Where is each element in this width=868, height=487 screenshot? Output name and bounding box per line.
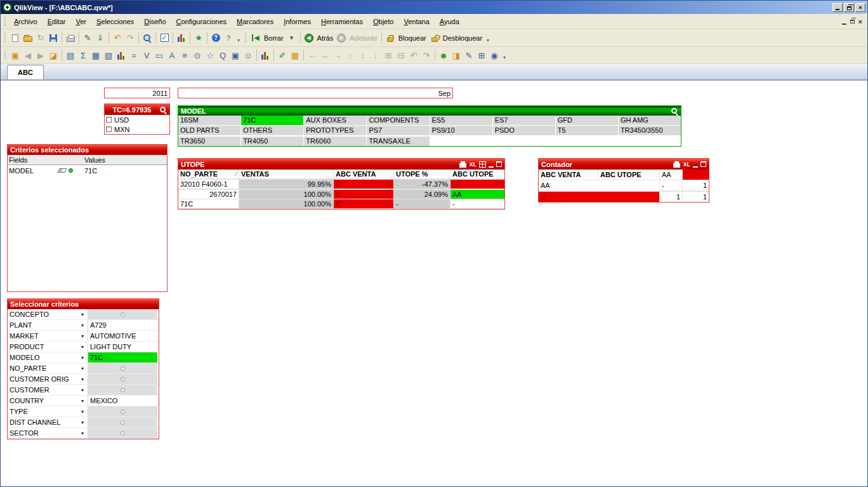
create-multibox-icon[interactable]: V <box>140 49 153 62</box>
edit-module-icon[interactable]: ✎ <box>463 49 475 62</box>
dropdown-arrow-icon[interactable]: ▾ <box>77 374 88 384</box>
dropdown-arrow-icon[interactable]: ▾ <box>77 309 88 319</box>
model-value[interactable]: 16SM <box>178 116 240 125</box>
redo-icon[interactable]: ↷ <box>124 32 136 44</box>
search-icon[interactable] <box>671 107 678 115</box>
utope-cell[interactable]: 71C <box>178 199 239 208</box>
model-value[interactable]: PS7 <box>367 126 429 135</box>
create-statistics-box-icon[interactable]: Σ <box>77 49 89 62</box>
dropdown-arrow-icon[interactable]: ▾ <box>77 342 88 352</box>
add-sheet-icon[interactable]: ▣ <box>9 49 22 62</box>
sheet-properties-icon[interactable]: ◪ <box>47 49 60 62</box>
minimize-button[interactable] <box>832 3 843 12</box>
model-value[interactable]: TR3650 <box>178 137 240 146</box>
design-toolbar-overflow-icon[interactable]: ▾ <box>501 49 508 62</box>
navigation-toolbar-grip[interactable] <box>244 33 247 43</box>
criteria-value[interactable] <box>88 374 157 384</box>
col-no-parte[interactable]: NO_PARTE⁄ <box>178 170 239 178</box>
create-container-icon[interactable]: ▣ <box>229 49 242 62</box>
model-value-selected[interactable]: 71C <box>241 116 303 125</box>
create-table-box-icon[interactable]: ▦ <box>89 49 102 62</box>
current-selections-icon[interactable]: ✓ <box>158 32 171 44</box>
search-icon[interactable] <box>141 32 154 44</box>
menu-editar[interactable]: Editar <box>43 16 71 27</box>
model-value[interactable]: OTHERS <box>241 126 303 135</box>
col-abc-utope[interactable]: ABC UTOPE <box>450 170 504 178</box>
dropdown-arrow-icon[interactable]: ▾ <box>77 320 88 330</box>
lock-icon[interactable] <box>384 32 397 44</box>
model-value[interactable]: PS9/10 <box>430 126 492 135</box>
toolbar-overflow-icon[interactable]: ▾ <box>235 32 242 44</box>
undo-icon[interactable]: ↶ <box>111 32 124 44</box>
maximize-object-icon[interactable] <box>700 161 706 167</box>
model-value[interactable]: COMPONENTS <box>367 116 429 125</box>
menu-herramientas[interactable]: Herramientas <box>316 16 368 27</box>
clear-field-eraser-icon[interactable] <box>57 168 67 173</box>
menubar-grip[interactable] <box>4 17 7 27</box>
user-preferences-icon[interactable]: ☻ <box>437 49 450 62</box>
model-value[interactable]: TR4050 <box>241 137 303 146</box>
model-value[interactable]: T5 <box>556 126 618 135</box>
dropdown-arrow-icon[interactable]: ▾ <box>77 406 88 417</box>
utope-cell[interactable]: 100.00% <box>239 190 333 199</box>
current-selections-caption[interactable]: Criterios seleccionados <box>8 145 167 155</box>
col-c[interactable]: C <box>683 170 709 180</box>
format-painter-icon[interactable]: ✐ <box>276 49 289 62</box>
minimize-object-icon[interactable] <box>693 166 698 168</box>
utope-cell[interactable]: 32010 F4060-1 <box>178 180 239 189</box>
toolbar-grip[interactable] <box>4 33 7 43</box>
dropdown-arrow-icon[interactable]: ▾ <box>77 428 88 438</box>
model-value[interactable]: OLD PARTS <box>178 126 240 135</box>
create-custom-object-icon[interactable]: ☺ <box>242 49 254 62</box>
utope-cell[interactable]: C <box>450 180 504 189</box>
web-publish-icon[interactable]: ◉ <box>488 49 501 62</box>
contador-row-label[interactable]: C <box>539 192 659 202</box>
mxn-checkbox[interactable] <box>106 126 112 132</box>
design-toolbar-grip[interactable] <box>4 50 7 60</box>
dropdown-arrow-icon[interactable]: ▾ <box>77 396 88 406</box>
tab-abc[interactable]: ABC <box>7 65 44 79</box>
create-listbox-icon[interactable]: ▤ <box>64 49 77 62</box>
criteria-value[interactable] <box>88 417 157 427</box>
save-icon[interactable] <box>47 32 60 44</box>
document-properties-icon[interactable]: ◨ <box>450 49 463 62</box>
utope-cell[interactable]: 24.09% <box>394 190 450 199</box>
utope-cell[interactable]: 100.00% <box>239 199 333 208</box>
open-document-icon[interactable] <box>22 32 34 44</box>
contador-cell[interactable]: 1 <box>683 192 709 202</box>
utope-cell[interactable]: C <box>334 190 393 199</box>
forward-icon[interactable]: ▶ <box>335 32 348 44</box>
back-icon[interactable]: ◀ <box>303 32 315 44</box>
menu-objeto[interactable]: Objeto <box>368 16 398 27</box>
menu-informes[interactable]: Informes <box>279 16 316 27</box>
create-search-object-icon[interactable]: Q <box>216 49 229 62</box>
dropdown-arrow-icon[interactable]: ▾ <box>77 417 88 427</box>
navigation-toolbar-overflow-icon[interactable]: ▾ <box>484 32 492 44</box>
model-value[interactable]: PSDO <box>493 126 555 135</box>
criteria-value-selected[interactable]: 71C <box>88 352 157 363</box>
add-bookmark-icon[interactable]: ★ <box>192 32 205 44</box>
mdi-restore-button[interactable] <box>850 20 855 23</box>
contador-row-label[interactable]: AA <box>539 180 659 190</box>
reload-icon[interactable]: ↻ <box>34 32 47 44</box>
dropdown-arrow-icon[interactable]: ▾ <box>77 331 88 341</box>
utope-caption[interactable]: UTOPE XL <box>178 159 504 170</box>
clear-selections-icon[interactable]: ◀ <box>249 32 262 44</box>
promote-sheet-icon[interactable]: ◀ <box>22 49 34 62</box>
utope-cell[interactable]: - <box>394 199 450 208</box>
col-abc-utope[interactable]: ABC UTOPE <box>598 170 659 180</box>
create-input-box-icon[interactable]: ▧ <box>102 49 115 62</box>
currency-option-usd[interactable]: USD <box>105 115 169 124</box>
model-value[interactable]: GH AMG <box>619 116 681 125</box>
fast-change-icon[interactable] <box>479 161 486 168</box>
col-abc-venta[interactable]: ABC VENTA <box>539 170 598 180</box>
utope-cell[interactable]: 99.95% <box>239 180 333 189</box>
col-aa[interactable]: AA <box>660 170 682 180</box>
menu-configuraciones[interactable]: Configuraciones <box>171 16 232 27</box>
usd-checkbox[interactable] <box>106 117 112 123</box>
selection-value[interactable]: 71C <box>84 167 167 175</box>
utope-cell[interactable]: - <box>450 199 504 208</box>
restore-button[interactable] <box>844 3 854 12</box>
model-value[interactable]: AUX BOXES <box>304 116 366 125</box>
create-chart-icon[interactable] <box>115 49 128 62</box>
